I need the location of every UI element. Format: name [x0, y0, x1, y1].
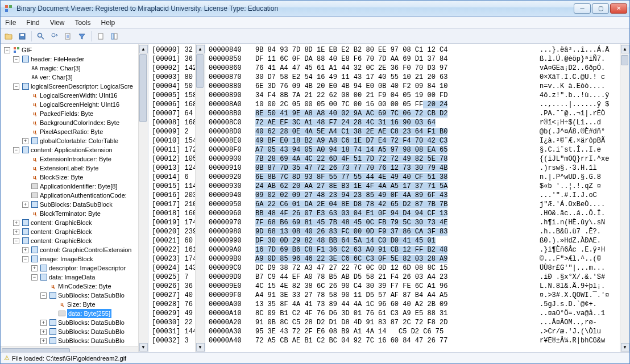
hex-view[interactable]: 000008409B 84 93 7D 8D 1E EB E2 B2 80 EE…: [205, 44, 620, 346]
tree-sb[interactable]: SubBlocks: DataSubBlock: [40, 200, 113, 209]
hex-row[interactable]: 00000A3095 3E 43 72 2F E6 08 B9 A1 4A 14…: [209, 327, 616, 336]
collapse-icon[interactable]: −: [4, 47, 10, 53]
hex-row[interactable]: 000009809D 68 13 08 40 26 83 FC 00 0D F9…: [209, 227, 616, 236]
tree-dsb4[interactable]: SubBlocks: DataSubBlo: [58, 336, 125, 345]
hex-row[interactable]: 00000960BB 48 4F 26 07 E3 63 03 04 E1 0F…: [209, 209, 616, 218]
hex-row[interactable]: 0000089034 F4 8B 7A 21 22 62 08 00 21 F9…: [209, 91, 616, 100]
tree-ib[interactable]: image: ImageBlock: [40, 254, 93, 263]
tree-hscrollbar[interactable]: [1, 346, 138, 352]
hex-row[interactable]: 000009206E 8B 7C 8D 93 8F 55 77 55 44 4E…: [209, 173, 616, 182]
close-button[interactable]: ✕: [610, 3, 627, 14]
hex-row[interactable]: 000008409B 84 93 7D 8D 1E EB E2 B2 80 EE…: [209, 45, 616, 55]
menu-view[interactable]: View: [50, 19, 65, 27]
offset-vscrollbar[interactable]: ▲ ▼: [195, 44, 205, 352]
document-icon[interactable]: [95, 31, 106, 42]
tree-dsb2[interactable]: SubBlocks: DataSubBlo: [58, 318, 125, 327]
tree-gce[interactable]: control: GraphicControlExtension: [40, 245, 131, 254]
maximize-button[interactable]: ▢: [592, 3, 609, 14]
offset-list[interactable]: [00000] 32 [00001] 36 [00002] 142 [00003…: [148, 44, 195, 346]
hex-row[interactable]: 000009707F 68 B6 69 81 45 7B 48 45 0C FB…: [209, 218, 616, 227]
expand-icon[interactable]: +: [13, 229, 19, 235]
find-next-icon[interactable]: [49, 31, 60, 42]
collapse-icon[interactable]: −: [22, 256, 28, 262]
minimize-button[interactable]: ─: [574, 3, 591, 14]
hex-row[interactable]: 000009B0A9 0D 85 96 46 22 3E C6 6C C3 0F…: [209, 254, 616, 263]
expand-icon[interactable]: +: [31, 265, 38, 271]
collapse-icon[interactable]: −: [31, 274, 38, 281]
tree-bt[interactable]: BlockTerminator: Byte: [40, 209, 101, 218]
tree-dat[interactable]: data: ImageData: [49, 273, 95, 282]
tree-cgb2[interactable]: content: GraphicBlock: [31, 227, 92, 236]
tree-bci[interactable]: BackgroundColorIndex: Byte: [40, 118, 119, 127]
expand-icon[interactable]: +: [22, 202, 28, 208]
menu-file[interactable]: File: [5, 19, 16, 27]
hex-row[interactable]: 000008F0A7 05 43 94 05 A0 94 18 74 14 A5…: [209, 145, 616, 154]
tree-size[interactable]: Size: Byte: [67, 300, 96, 309]
hex-row[interactable]: 000009A016 7D 69 B6 C8 F1 36 C2 63 A0 91…: [209, 245, 616, 254]
scroll-up-icon[interactable]: ▲: [196, 45, 205, 53]
hex-row[interactable]: 00000850DF 11 6C 0F DA 88 40 E8 F6 70 7D…: [209, 55, 616, 64]
open-icon[interactable]: [3, 31, 14, 42]
tree-appext[interactable]: content: ApplicationExtension: [31, 145, 113, 154]
hex-row[interactable]: 00000A108C 09 B1 C2 4F 76 D6 3D 01 76 61…: [209, 309, 616, 318]
tree-lsd[interactable]: logicalScreenDescriptor: LogicalScre: [31, 82, 133, 91]
tree-header[interactable]: header: FileHeader: [31, 55, 84, 64]
tree-ver[interactable]: ver: Char[3]: [40, 73, 72, 82]
scroll-down-icon[interactable]: ▼: [621, 343, 629, 352]
hex-row[interactable]: 0000087030 D7 58 E2 54 16 49 11 43 17 40…: [209, 73, 616, 82]
expand-icon[interactable]: +: [40, 320, 47, 326]
tree-bs[interactable]: BlockSize: Byte: [40, 173, 83, 182]
tree-bytes-selected[interactable]: data: Byte[255]: [67, 309, 111, 318]
scroll-up-icon[interactable]: ▲: [139, 45, 148, 53]
hex-row[interactable]: 000008E049 BF E0 18 B2 A9 A8 C6 1E D7 E4…: [209, 136, 616, 145]
hex-row[interactable]: 000009100B 87 7D 35 47 72 26 73 77 70 76…: [209, 164, 616, 173]
hex-row[interactable]: 000008D040 62 28 0E 4A 5E A4 C1 38 2E AE…: [209, 127, 616, 136]
tree-root[interactable]: GIF: [22, 45, 32, 55]
hex-row[interactable]: 000009007B 28 69 4A 4C 22 6D 4F 51 7D 72…: [209, 154, 616, 164]
tree-cgb3[interactable]: content: GraphicBlock: [31, 236, 92, 245]
scroll-down-icon[interactable]: ▼: [196, 343, 205, 352]
scroll-up-icon[interactable]: ▲: [621, 45, 629, 53]
collapse-icon[interactable]: −: [40, 292, 47, 299]
find-icon[interactable]: [35, 31, 47, 42]
tree-el[interactable]: ExtensionLabel: Byte: [40, 164, 98, 173]
expand-icon[interactable]: +: [40, 338, 47, 344]
hex-row[interactable]: 000009506A 22 C6 01 DA 2E 04 8E D8 78 42…: [209, 200, 616, 209]
tree-ei[interactable]: ExtensionIntroducer: Byte: [40, 154, 111, 164]
tree-dsb3[interactable]: SubBlocks: DataSubBlo: [58, 327, 125, 336]
hex-row[interactable]: 00000A2091 0B 8C C5 28 D2 D1 D8 4D 91 83…: [209, 318, 616, 327]
hex-row[interactable]: 000008C072 AE EF 3C A1 48 F7 24 28 4C 31…: [209, 118, 616, 127]
hex-row[interactable]: 0000094009 02 02 09 27 48 23 94 23 85 49…: [209, 191, 616, 200]
tree-par[interactable]: PixelAspectRatio: Byte: [40, 127, 103, 136]
tree-cgb1[interactable]: content: GraphicBlock: [31, 218, 92, 227]
hex-vscrollbar[interactable]: ▲ ▼: [620, 44, 629, 352]
expand-icon[interactable]: +: [13, 220, 19, 226]
hex-row[interactable]: 000008806E 3D 76 09 4B 20 E0 4B 94 E0 0B…: [209, 82, 616, 91]
save-icon[interactable]: [16, 31, 28, 42]
structure-tree[interactable]: −GIF −header: FileHeader AAmagic: Char[3…: [1, 44, 138, 346]
collapse-icon[interactable]: −: [13, 238, 19, 244]
expand-icon[interactable]: +: [22, 247, 28, 253]
collapse-icon[interactable]: −: [13, 83, 19, 90]
tree-vscrollbar[interactable]: ▲ ▼: [138, 44, 148, 352]
scroll-down-icon[interactable]: ▼: [139, 343, 148, 352]
expand-icon[interactable]: +: [40, 329, 47, 335]
tree-aac[interactable]: ApplicationAuthenticationCode:: [40, 191, 127, 200]
hex-row[interactable]: 00000A4072 A5 CB AE B1 C2 BC 04 92 7C 16…: [209, 336, 616, 345]
menu-help[interactable]: Help: [101, 19, 115, 27]
filter-icon[interactable]: [76, 31, 88, 42]
tree-ai[interactable]: ApplicationIdentifier: Byte[8]: [40, 182, 117, 191]
tree-dsb1[interactable]: SubBlocks: DataSubBlo: [58, 291, 125, 300]
layout-icon[interactable]: [109, 31, 120, 42]
hex-row[interactable]: 000008B08E 50 41 9E A8 A8 40 02 9A AC 69…: [209, 109, 616, 118]
menu-find[interactable]: Find: [26, 19, 39, 27]
collapse-icon[interactable]: −: [13, 56, 19, 62]
hex-row[interactable]: 00000990DF 30 0D 29 82 48 BB 64 5A 14 C0…: [209, 236, 616, 245]
tree-lsh[interactable]: LogicalScreenHeight: UInt16: [40, 100, 119, 109]
hex-row[interactable]: 0000093024 AB 62 20 AA 27 8E B3 1E 4F 4A…: [209, 182, 616, 191]
tree-mcs[interactable]: MinCodeSize: Byte: [58, 282, 111, 291]
hex-row[interactable]: 000009F0A4 91 3E 33 27 78 58 90 11 D5 57…: [209, 291, 616, 300]
hex-row[interactable]: 000008A010 00 2C 05 00 05 00 7C 00 16 00…: [209, 100, 616, 109]
tree-id[interactable]: descriptor: ImageDescriptor: [49, 263, 126, 273]
hex-row[interactable]: 0000086076 41 A4 47 45 61 A1 44 32 0C 2E…: [209, 64, 616, 73]
